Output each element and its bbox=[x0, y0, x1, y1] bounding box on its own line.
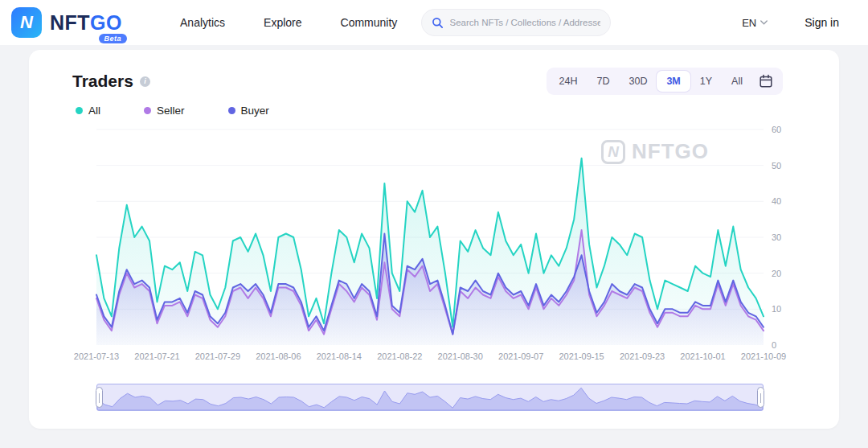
sign-in-button[interactable]: Sign in bbox=[805, 16, 839, 29]
x-tick-label: 2021-07-21 bbox=[134, 351, 179, 361]
range-option-24h[interactable]: 24H bbox=[550, 71, 588, 92]
y-tick-label: 10 bbox=[772, 304, 781, 314]
chart-legend: All Seller Buyer bbox=[29, 95, 839, 117]
range-option-all[interactable]: All bbox=[722, 71, 752, 92]
legend-seller-label: Seller bbox=[157, 105, 185, 117]
chart-brush-slider[interactable] bbox=[96, 384, 764, 411]
x-tick-label: 2021-10-09 bbox=[741, 351, 786, 361]
x-tick-label: 2021-08-22 bbox=[377, 351, 422, 361]
x-tick-label: 2021-07-13 bbox=[74, 351, 119, 361]
chevron-down-icon bbox=[760, 20, 768, 25]
y-tick-label: 0 bbox=[772, 340, 776, 350]
beta-badge: Beta bbox=[99, 34, 128, 43]
main-nav: Analytics Explore Community bbox=[180, 16, 397, 29]
nftgo-logo-icon: N bbox=[11, 7, 42, 38]
watermark-text: NFTGO bbox=[632, 139, 709, 164]
navbar-right: EN Sign in bbox=[742, 16, 839, 29]
brand-name-secondary: GO bbox=[90, 11, 122, 34]
brand-name-primary: NFT bbox=[50, 11, 90, 34]
y-tick-label: 60 bbox=[772, 125, 781, 134]
legend-all-dot bbox=[76, 107, 83, 114]
search-bar[interactable] bbox=[421, 9, 611, 36]
x-tick-label: 2021-08-06 bbox=[256, 351, 301, 361]
x-tick-label: 2021-10-01 bbox=[680, 351, 725, 361]
nav-community[interactable]: Community bbox=[341, 16, 398, 29]
legend-buyer[interactable]: Buyer bbox=[228, 105, 269, 117]
traders-panel: Traders i 24H 7D 30D 3M 1Y All All bbox=[29, 50, 839, 429]
top-navbar: N NFTGO Beta Analytics Explore Community… bbox=[0, 0, 868, 45]
language-label: EN bbox=[742, 17, 756, 29]
brush-handle-left[interactable] bbox=[96, 387, 103, 408]
watermark: N NFTGO bbox=[601, 139, 709, 164]
brush-handle-right[interactable] bbox=[757, 387, 764, 408]
legend-buyer-label: Buyer bbox=[241, 105, 269, 117]
calendar-icon bbox=[759, 74, 773, 88]
logo-letter: N bbox=[20, 12, 33, 33]
y-tick-label: 20 bbox=[772, 269, 781, 278]
language-selector[interactable]: EN bbox=[742, 17, 768, 29]
search-icon bbox=[432, 16, 444, 30]
range-option-7d[interactable]: 7D bbox=[588, 71, 620, 92]
legend-all[interactable]: All bbox=[76, 105, 100, 117]
page-title: Traders bbox=[72, 72, 133, 91]
range-option-3m[interactable]: 3M bbox=[657, 71, 690, 92]
brand-text: NFTGO Beta bbox=[50, 11, 122, 35]
nav-analytics[interactable]: Analytics bbox=[180, 16, 225, 29]
y-tick-label: 30 bbox=[772, 232, 781, 242]
legend-buyer-dot bbox=[228, 107, 235, 114]
panel-header: Traders i 24H 7D 30D 3M 1Y All bbox=[29, 50, 839, 95]
brush-minichart bbox=[97, 384, 763, 410]
range-option-30d[interactable]: 30D bbox=[619, 71, 657, 92]
y-axis-labels: 0102030405060 bbox=[772, 129, 792, 345]
traders-chart[interactable]: 0102030405060 2021-07-132021-07-212021-0… bbox=[96, 129, 792, 345]
x-tick-label: 2021-09-23 bbox=[620, 351, 665, 361]
x-tick-label: 2021-08-14 bbox=[317, 351, 362, 361]
y-tick-label: 40 bbox=[772, 196, 781, 206]
legend-seller-dot bbox=[144, 107, 151, 114]
search-input[interactable] bbox=[450, 18, 601, 27]
nav-explore[interactable]: Explore bbox=[264, 16, 301, 29]
x-axis-labels: 2021-07-132021-07-212021-07-292021-08-06… bbox=[96, 351, 764, 364]
y-tick-label: 50 bbox=[772, 161, 781, 171]
time-range-selector: 24H 7D 30D 3M 1Y All bbox=[547, 68, 783, 95]
legend-seller[interactable]: Seller bbox=[144, 105, 185, 117]
x-tick-label: 2021-09-15 bbox=[559, 351, 604, 361]
watermark-logo-icon: N bbox=[601, 140, 625, 164]
nftgo-logo[interactable]: N NFTGO Beta bbox=[11, 7, 122, 38]
x-tick-label: 2021-07-29 bbox=[195, 351, 240, 361]
info-icon[interactable]: i bbox=[140, 76, 150, 87]
x-tick-label: 2021-08-30 bbox=[438, 351, 483, 361]
range-option-1y[interactable]: 1Y bbox=[690, 71, 722, 92]
x-tick-label: 2021-09-07 bbox=[498, 351, 543, 361]
calendar-button[interactable] bbox=[759, 74, 773, 88]
legend-all-label: All bbox=[88, 105, 100, 117]
